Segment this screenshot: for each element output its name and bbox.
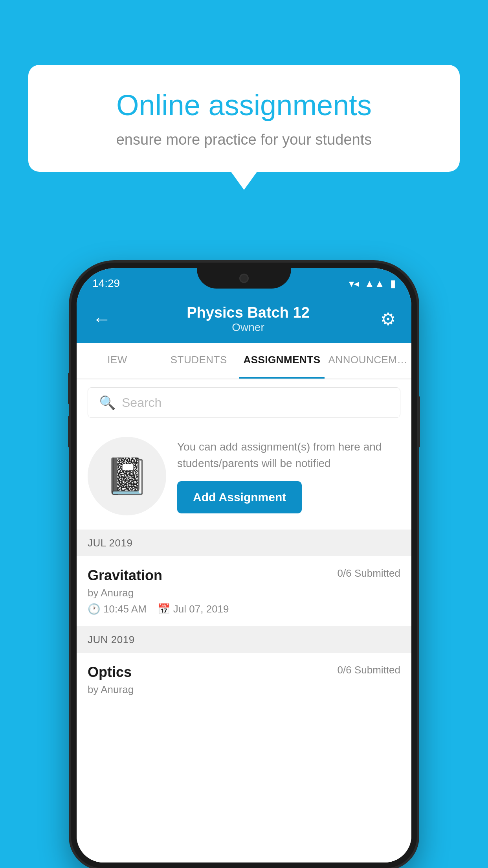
volume-down-button [68,416,71,447]
date-value: Jul 07, 2019 [173,603,229,615]
assignment-gravitation[interactable]: Gravitation 0/6 Submitted by Anurag 🕐 10… [77,556,411,627]
status-time: 14:29 [92,277,120,290]
tab-announcements[interactable]: ANNOUNCEM… [325,343,411,379]
content-area: 🔍 Search 📓 You can add assignment(s) fro… [77,379,411,862]
notebook-icon: 📓 [105,456,149,497]
app-header: ← Physics Batch 12 Owner ⚙ [77,295,411,343]
assignment-optics-top-row: Optics 0/6 Submitted [88,664,400,680]
assignment-optics-name: Optics [88,664,132,680]
settings-button[interactable]: ⚙ [380,309,396,329]
signal-icon: ▲▲ [365,278,385,290]
wifi-icon: ▾◂ [349,278,359,290]
time-value: 10:45 AM [103,603,147,615]
phone-frame: 14:29 ▾◂ ▲▲ ▮ ← Physics Batch 12 Owner ⚙… [71,263,417,868]
assignment-optics-status: 0/6 Submitted [338,664,400,676]
tab-assignments[interactable]: ASSIGNMENTS [239,343,324,379]
speech-bubble-container: Online assignments ensure more practice … [28,65,460,172]
assignment-author: by Anurag [88,587,400,599]
speech-bubble-title: Online assignments [57,88,431,122]
assignment-meta: 🕐 10:45 AM 📅 Jul 07, 2019 [88,603,400,615]
assignment-status: 0/6 Submitted [338,567,400,579]
assignment-optics[interactable]: Optics 0/6 Submitted by Anurag [77,653,411,711]
header-title-group: Physics Batch 12 Owner [187,304,310,334]
assignment-top-row: Gravitation 0/6 Submitted [88,567,400,584]
section-jul-2019: JUL 2019 [77,530,411,556]
assignment-date: 📅 Jul 07, 2019 [158,603,229,615]
speech-bubble: Online assignments ensure more practice … [28,65,460,172]
tab-iew[interactable]: IEW [77,343,158,379]
battery-icon: ▮ [390,278,396,290]
front-camera [239,274,249,283]
tabs-bar: IEW STUDENTS ASSIGNMENTS ANNOUNCEM… [77,343,411,379]
clock-icon: 🕐 [88,603,100,615]
header-subtitle: Owner [187,321,310,334]
promo-card: 📓 You can add assignment(s) from here an… [77,426,411,530]
search-box[interactable]: 🔍 Search [88,387,400,418]
search-icon: 🔍 [99,395,116,410]
add-assignment-button[interactable]: Add Assignment [177,481,302,513]
assignment-time: 🕐 10:45 AM [88,603,147,615]
phone-screen: 14:29 ▾◂ ▲▲ ▮ ← Physics Batch 12 Owner ⚙… [77,268,411,862]
assignment-name: Gravitation [88,567,162,584]
promo-icon-circle: 📓 [88,437,166,515]
power-button [417,396,420,447]
calendar-icon: 📅 [158,603,170,615]
header-title: Physics Batch 12 [187,304,310,321]
phone-notch [197,268,291,289]
search-container: 🔍 Search [77,379,411,426]
tab-students[interactable]: STUDENTS [158,343,239,379]
promo-description: You can add assignment(s) from here and … [177,439,400,472]
promo-text-group: You can add assignment(s) from here and … [177,439,400,513]
back-button[interactable]: ← [92,308,116,330]
assignment-optics-author: by Anurag [88,684,400,696]
search-input[interactable]: Search [122,395,161,410]
status-icons: ▾◂ ▲▲ ▮ [349,278,396,290]
speech-bubble-subtitle: ensure more practice for your students [57,131,431,148]
volume-up-button [68,373,71,404]
section-jun-2019: JUN 2019 [77,627,411,653]
